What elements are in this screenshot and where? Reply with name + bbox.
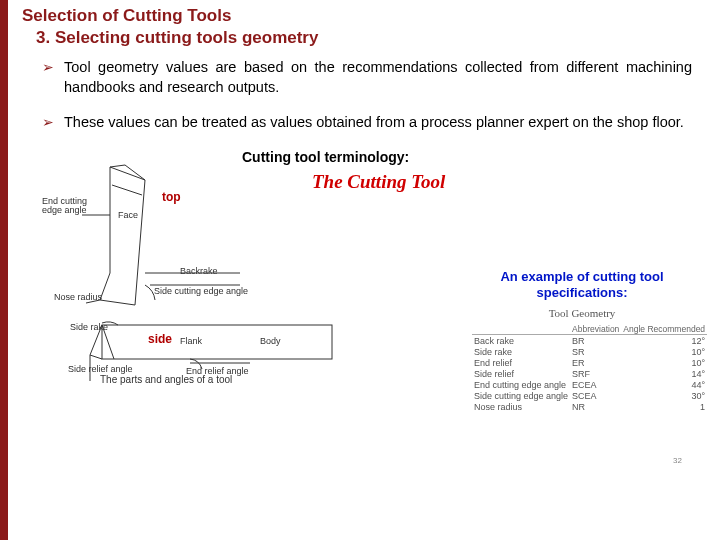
cell: ER xyxy=(570,357,621,368)
cell: SR xyxy=(570,346,621,357)
cell: NR xyxy=(570,401,621,412)
cell: End relief xyxy=(472,357,570,368)
label-flank: Flank xyxy=(180,337,202,346)
cell: Side relief xyxy=(472,368,570,379)
table-row: End reliefER10° xyxy=(472,357,707,368)
cell: 10° xyxy=(621,357,707,368)
spec-title: An example of cutting tool specification… xyxy=(472,269,692,302)
cell: End cutting edge angle xyxy=(472,379,570,390)
cell: BR xyxy=(570,335,621,347)
table-row: End cutting edge angleECEA44° xyxy=(472,379,707,390)
svg-line-0 xyxy=(110,167,145,180)
cell: SRF xyxy=(570,368,621,379)
label-side: side xyxy=(148,333,172,346)
cell: 14° xyxy=(621,368,707,379)
table-header-row: Abbreviation Angle Recommended xyxy=(472,323,707,335)
page-number: 32 xyxy=(673,456,682,465)
slide-title: Selection of Cutting Tools xyxy=(22,6,702,26)
th-name xyxy=(472,323,570,335)
bullet-text: Tool geometry values are based on the re… xyxy=(64,58,692,97)
label-end-cutting-edge-angle: End cutting edge angle xyxy=(42,197,90,216)
cell: Back rake xyxy=(472,335,570,347)
label-side-rake: Side rake xyxy=(70,323,108,332)
cell: 44° xyxy=(621,379,707,390)
th-angle: Angle Recommended xyxy=(621,323,707,335)
svg-line-1 xyxy=(112,185,142,195)
table-row: Side reliefSRF14° xyxy=(472,368,707,379)
cell: 1 xyxy=(621,401,707,412)
bullet-list: ➢ Tool geometry values are based on the … xyxy=(42,58,692,133)
cell: 30° xyxy=(621,390,707,401)
cell: Side rake xyxy=(472,346,570,357)
spec-table: Abbreviation Angle Recommended Back rake… xyxy=(472,323,707,412)
table-row: Back rakeBR12° xyxy=(472,335,707,347)
cell: 12° xyxy=(621,335,707,347)
svg-rect-6 xyxy=(102,325,332,359)
label-body: Body xyxy=(260,337,281,346)
figure-area: Cutting tool terminology: The Cutting To… xyxy=(22,149,702,469)
bullet-marker-icon: ➢ xyxy=(42,58,54,97)
label-top: top xyxy=(162,191,181,204)
label-face: Face xyxy=(118,211,138,220)
label-backrake: Backrake xyxy=(180,267,218,276)
cell: SCEA xyxy=(570,390,621,401)
label-side-cutting-edge-angle: Side cutting edge angle xyxy=(154,287,248,296)
tool-diagram: End cutting edge angle top Face Nose rad… xyxy=(40,155,370,415)
spec-block: An example of cutting tool specification… xyxy=(472,269,692,413)
table-row: Nose radiusNR1 xyxy=(472,401,707,412)
cell: 10° xyxy=(621,346,707,357)
list-item: ➢ These values can be treated as values … xyxy=(42,113,692,133)
list-item: ➢ Tool geometry values are based on the … xyxy=(42,58,692,97)
table-row: Side rakeSR10° xyxy=(472,346,707,357)
bullet-marker-icon: ➢ xyxy=(42,113,54,133)
cell: Side cutting edge angle xyxy=(472,390,570,401)
label-nose-radius: Nose radius xyxy=(54,293,102,302)
slide-subtitle: 3. Selecting cutting tools geometry xyxy=(36,28,702,48)
slide: Selection of Cutting Tools 3. Selecting … xyxy=(8,0,720,540)
table-row: Side cutting edge angleSCEA30° xyxy=(472,390,707,401)
spec-header: Tool Geometry xyxy=(472,307,692,319)
cell: Nose radius xyxy=(472,401,570,412)
diagram-caption: The parts and angles of a tool xyxy=(100,374,232,385)
cell: ECEA xyxy=(570,379,621,390)
th-abbrev: Abbreviation xyxy=(570,323,621,335)
bullet-text: These values can be treated as values ob… xyxy=(64,113,684,133)
